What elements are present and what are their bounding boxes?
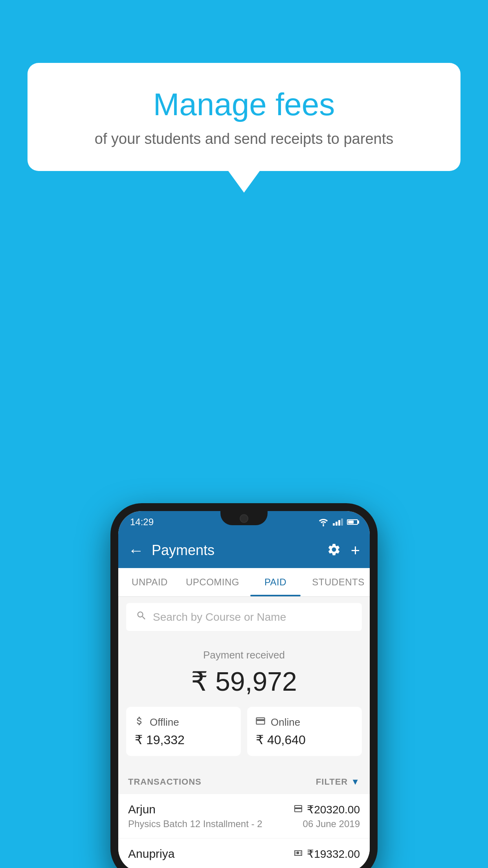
transaction-row1-arjun: Arjun ₹20320.00 xyxy=(128,803,360,816)
transaction-amount-container-arjun: ₹20320.00 xyxy=(294,803,360,816)
payment-card-offline-header: Offline xyxy=(134,715,179,729)
filter-label: FILTER xyxy=(316,777,348,787)
offline-label: Offline xyxy=(150,716,179,728)
online-label: Online xyxy=(271,716,300,728)
wifi-icon xyxy=(318,518,329,526)
app-bar: ← Payments + xyxy=(118,533,370,568)
speech-bubble: Manage fees of your students and send re… xyxy=(28,63,460,171)
transaction-row2-arjun: Physics Batch 12 Installment - 2 06 June… xyxy=(128,818,360,829)
search-placeholder: Search by Course or Name xyxy=(153,611,286,623)
phone-notch xyxy=(220,511,268,525)
speech-bubble-arrow xyxy=(228,171,260,193)
gear-icon xyxy=(327,542,341,557)
back-button[interactable]: ← xyxy=(128,542,144,559)
transaction-name-anupriya: Anupriya xyxy=(128,847,174,861)
transaction-amount-arjun: ₹20320.00 xyxy=(307,803,360,816)
transaction-amount-anupriya: ₹19332.00 xyxy=(307,848,360,861)
transaction-row1-anupriya: Anupriya ₹19332.00 xyxy=(128,847,360,861)
app-bar-title: Payments xyxy=(152,542,327,559)
payment-cards: Offline ₹ 19,332 Online xyxy=(126,707,362,756)
phone-outer: 14:29 xyxy=(110,503,378,868)
phone-container: 14:29 xyxy=(110,503,378,868)
payment-card-online-header: Online xyxy=(255,715,300,729)
battery-icon xyxy=(347,519,358,525)
payment-amount: ₹ 59,972 xyxy=(126,666,362,697)
offline-amount: ₹ 19,332 xyxy=(134,732,185,747)
add-button[interactable]: + xyxy=(351,542,360,559)
phone-camera xyxy=(240,514,248,523)
status-icons xyxy=(318,518,358,526)
transactions-header: TRANSACTIONS FILTER ▼ xyxy=(118,770,370,794)
search-bar[interactable]: Search by Course or Name xyxy=(126,603,362,631)
signal-icon xyxy=(333,519,343,526)
svg-point-0 xyxy=(323,525,324,526)
transaction-detail-arjun: Physics Batch 12 Installment - 2 xyxy=(128,818,262,829)
cash-icon-anupriya xyxy=(294,849,303,859)
transaction-date-arjun: 06 June 2019 xyxy=(303,818,360,829)
transaction-amount-container-anupriya: ₹19332.00 xyxy=(294,848,360,861)
transaction-item-arjun[interactable]: Arjun ₹20320.00 Physics Batch 12 Install… xyxy=(118,794,370,839)
speech-bubble-container: Manage fees of your students and send re… xyxy=(28,63,460,193)
tab-students[interactable]: STUDENTS xyxy=(307,568,370,596)
settings-button[interactable] xyxy=(327,542,341,558)
app-bar-actions: + xyxy=(327,542,360,559)
search-icon xyxy=(136,610,147,624)
transactions-label: TRANSACTIONS xyxy=(128,777,202,787)
phone-screen: 14:29 xyxy=(118,511,370,868)
payment-card-offline: Offline ₹ 19,332 xyxy=(126,707,241,756)
transaction-item-anupriya[interactable]: Anupriya ₹19332.00 xyxy=(118,839,370,868)
payment-received-label: Payment received xyxy=(126,649,362,661)
online-icon xyxy=(255,715,266,729)
payment-summary: Payment received ₹ 59,972 Offline xyxy=(118,637,370,770)
tab-paid[interactable]: PAID xyxy=(244,568,307,596)
offline-icon xyxy=(134,715,145,729)
tab-upcoming[interactable]: UPCOMING xyxy=(181,568,244,596)
search-container: Search by Course or Name xyxy=(118,597,370,637)
transaction-name-arjun: Arjun xyxy=(128,803,156,816)
speech-bubble-subtitle: of your students and send receipts to pa… xyxy=(55,131,433,147)
speech-bubble-title: Manage fees xyxy=(55,86,433,123)
status-time: 14:29 xyxy=(130,517,154,528)
payment-card-online: Online ₹ 40,640 xyxy=(247,707,362,756)
card-icon-arjun xyxy=(294,804,303,815)
filter-button[interactable]: FILTER ▼ xyxy=(316,777,360,787)
tab-unpaid[interactable]: UNPAID xyxy=(118,568,181,596)
tabs-container: UNPAID UPCOMING PAID STUDENTS xyxy=(118,568,370,597)
filter-icon: ▼ xyxy=(351,777,360,787)
online-amount: ₹ 40,640 xyxy=(255,732,306,747)
